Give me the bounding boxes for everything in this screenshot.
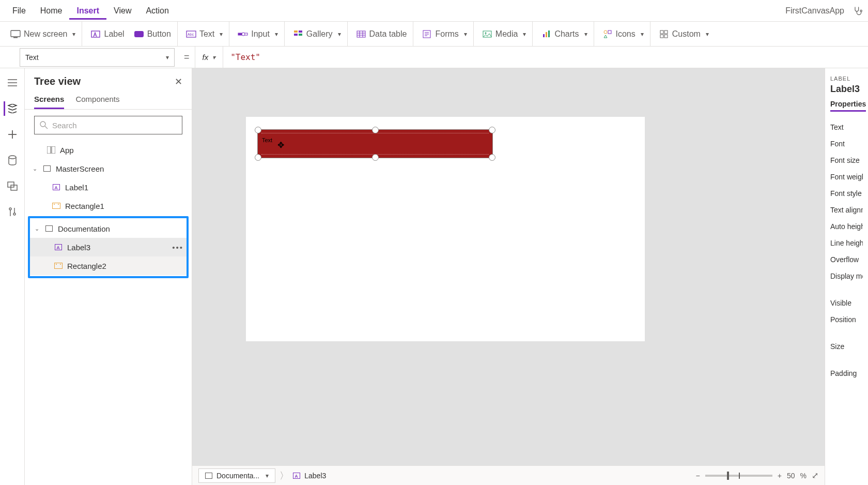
prop-auto-height[interactable]: Auto height (830, 218, 863, 235)
svg-point-46 (40, 122, 45, 127)
menu-action[interactable]: Action (138, 2, 176, 20)
ribbon-forms[interactable]: Forms ▾ (415, 22, 473, 46)
breadcrumb-control[interactable]: Label3 (293, 472, 326, 480)
ribbon-custom[interactable]: Custom ▾ (653, 22, 715, 46)
search-icon (40, 121, 48, 129)
menu-file[interactable]: File (5, 2, 33, 20)
label-icon (90, 29, 101, 39)
tree-item-label1[interactable]: Label1 (28, 178, 189, 196)
tab-properties[interactable]: Properties (830, 100, 866, 112)
forms-icon (422, 29, 432, 39)
prop-position[interactable]: Position (830, 311, 863, 328)
ribbon-gallery[interactable]: Gallery ▾ (287, 22, 348, 46)
tab-screens[interactable]: Screens (34, 95, 64, 109)
tree-item-rectangle1[interactable]: Rectangle1 (28, 196, 189, 215)
rail-tree-view[interactable] (4, 101, 18, 116)
svg-rect-4 (134, 31, 144, 37)
search-placeholder: Search (52, 121, 77, 130)
ribbon-input[interactable]: Input ▾ (231, 22, 285, 46)
selected-control-label3[interactable]: Text ✥ (258, 130, 492, 158)
ribbon-media-label: Media (495, 29, 518, 39)
ribbon-text[interactable]: Abc Text ▾ (180, 22, 229, 46)
ribbon-media[interactable]: Media ▾ (476, 22, 533, 46)
rail-insert[interactable] (5, 127, 20, 142)
svg-point-9 (242, 33, 245, 36)
canvas-area[interactable]: Text ✥ Documenta... ▾ 〉 Label3 − (192, 68, 825, 485)
prop-font-style[interactable]: Font style (830, 185, 863, 202)
ribbon-data-table[interactable]: Data table (350, 22, 414, 46)
properties-panel: LABEL Label3 Properties Text Font Font s… (825, 68, 868, 485)
zoom-in-button[interactable]: + (778, 472, 782, 480)
more-icon[interactable]: ••• (172, 243, 183, 252)
prop-font-size[interactable]: Font size (830, 152, 863, 169)
zoom-slider[interactable] (705, 475, 772, 477)
prop-overflow[interactable]: Overflow (830, 251, 863, 268)
label-icon (293, 472, 300, 479)
prop-line-height[interactable]: Line height (830, 235, 863, 251)
status-bar: Documenta... ▾ 〉 Label3 − + 50 % ⤢ (192, 465, 825, 485)
tree-item-rectangle2[interactable]: Rectangle2 (30, 256, 187, 275)
breadcrumb-screen[interactable]: Documenta... ▾ (198, 468, 275, 483)
resize-handle[interactable] (255, 154, 261, 161)
zoom-out-button[interactable]: − (696, 472, 700, 480)
resize-handle[interactable] (372, 127, 379, 133)
tree-item-app[interactable]: App (28, 141, 189, 159)
close-icon[interactable]: ✕ (175, 76, 182, 87)
search-input[interactable]: Search (34, 116, 182, 134)
data-table-icon (356, 29, 366, 39)
prop-display-mode[interactable]: Display mode (830, 268, 863, 284)
rail-data[interactable] (5, 153, 20, 168)
menu-insert[interactable]: Insert (69, 2, 106, 20)
tree-item-masterscreen[interactable]: ⌄ MasterScreen (28, 159, 189, 178)
menu-home[interactable]: Home (33, 2, 70, 20)
tree-view-title: Tree view (34, 75, 81, 87)
rail-advanced-tools[interactable] (5, 205, 20, 219)
rail-hamburger[interactable] (5, 75, 20, 90)
input-icon (238, 29, 248, 39)
svg-rect-30 (660, 31, 663, 34)
prop-visible[interactable]: Visible (830, 295, 863, 311)
rail-media[interactable] (5, 179, 20, 193)
property-dropdown[interactable]: Text ▾ (20, 48, 175, 67)
svg-point-44 (13, 213, 16, 215)
svg-rect-29 (608, 31, 611, 34)
resize-handle[interactable] (489, 127, 495, 133)
ribbon-forms-label: Forms (435, 29, 458, 39)
svg-point-59 (60, 264, 61, 265)
equals-sign: = (179, 52, 195, 63)
tab-components[interactable]: Components (75, 95, 119, 109)
resize-handle[interactable] (255, 127, 261, 133)
resize-handle[interactable] (489, 154, 495, 161)
svg-rect-52 (53, 203, 60, 209)
fx-button[interactable]: fx▾ (195, 47, 223, 68)
zoom-unit: % (800, 472, 807, 480)
tree-item-label: Rectangle2 (67, 262, 106, 270)
fit-to-screen-icon[interactable]: ⤢ (812, 471, 818, 480)
chevron-down-icon: ▾ (706, 31, 709, 38)
formula-input[interactable]: "Text" (223, 47, 868, 68)
svg-rect-25 (543, 34, 545, 37)
resize-handle[interactable] (372, 154, 379, 161)
ribbon-new-screen[interactable]: New screen ▾ (4, 22, 82, 46)
prop-size[interactable]: Size (830, 338, 863, 355)
ribbon-label[interactable]: Label (90, 29, 124, 39)
prop-font-weight[interactable]: Font weight (830, 169, 863, 185)
custom-icon (659, 29, 669, 39)
tree-item-label3[interactable]: Label3 ••• (30, 238, 187, 256)
chevron-down-icon: ▾ (275, 31, 278, 38)
prop-text[interactable]: Text (830, 119, 863, 135)
menu-view[interactable]: View (106, 2, 138, 20)
chevron-down-icon: ▾ (166, 54, 169, 61)
prop-padding[interactable]: Padding (830, 365, 863, 382)
ribbon-button[interactable]: Button (134, 29, 171, 39)
svg-point-39 (9, 156, 16, 159)
ribbon-icons[interactable]: Icons ▾ (596, 22, 650, 46)
chevron-down-icon: ▾ (338, 31, 341, 38)
prop-font[interactable]: Font (830, 135, 863, 152)
main-area: Tree view ✕ Screens Components Search Ap… (0, 68, 868, 485)
app-checker-icon[interactable] (853, 6, 863, 16)
ribbon-charts[interactable]: Charts ▾ (535, 22, 594, 46)
prop-text-alignment[interactable]: Text alignment (830, 202, 863, 218)
tree-item-documentation[interactable]: ⌄ Documentation (30, 219, 187, 238)
icons-icon (602, 29, 613, 39)
